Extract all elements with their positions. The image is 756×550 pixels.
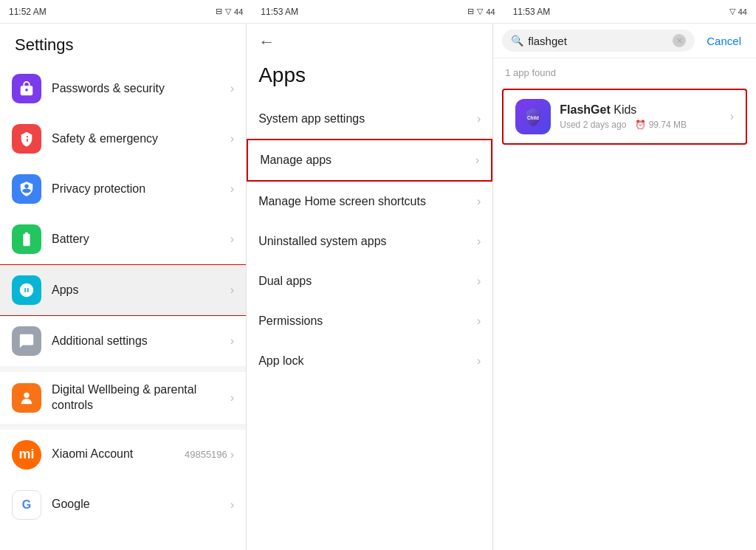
flashget-kids-icon: Child	[515, 99, 551, 134]
menu-item-uninstalled[interactable]: Uninstalled system apps ›	[247, 221, 492, 261]
search-bar: 🔍 ✕ Cancel	[493, 24, 756, 58]
icons-panel1: ⊟ ▽ 44	[216, 7, 243, 16]
xiaomi-icon: mi	[12, 440, 41, 470]
permissions-chevron: ›	[477, 314, 481, 328]
flashget-kids-name: FlashGet Kids	[560, 103, 729, 117]
settings-item-google[interactable]: G Google ›	[0, 480, 246, 530]
manage-home-chevron: ›	[477, 195, 481, 208]
settings-item-safety[interactable]: Safety & emergency ›	[0, 114, 246, 164]
passwords-label: Passwords & security	[52, 81, 230, 97]
menu-item-app-lock[interactable]: App lock ›	[247, 341, 492, 381]
additional-chevron: ›	[230, 334, 234, 348]
safety-icon	[12, 124, 41, 154]
search-cancel-button[interactable]: Cancel	[701, 32, 747, 50]
menu-item-manage-home[interactable]: Manage Home screen shortcuts ›	[247, 182, 492, 221]
search-clear-button[interactable]: ✕	[673, 34, 686, 47]
app-lock-chevron: ›	[477, 354, 481, 368]
apps-panel-title: Apps	[247, 61, 492, 99]
safety-label: Safety & emergency	[52, 131, 230, 147]
uninstalled-chevron: ›	[477, 235, 481, 248]
permissions-label: Permissions	[258, 314, 477, 328]
settings-item-xiaomi[interactable]: mi Xiaomi Account 49855196 ›	[0, 430, 246, 480]
privacy-chevron: ›	[230, 182, 234, 196]
apps-icon	[12, 275, 41, 305]
apps-label: Apps	[52, 283, 230, 298]
panels-container: Settings Passwords & security › Safety &…	[0, 24, 756, 550]
battery-icon	[12, 224, 41, 254]
xiaomi-value: 49855196	[185, 449, 227, 460]
wellbeing-chevron: ›	[230, 391, 234, 405]
xiaomi-chevron: ›	[230, 448, 234, 461]
passwords-icon	[12, 74, 41, 103]
xiaomi-label: Xiaomi Account	[52, 447, 185, 462]
manage-home-label: Manage Home screen shortcuts	[258, 195, 477, 208]
apps-panel: ← Apps System app settings › Manage apps…	[247, 24, 493, 550]
safety-chevron: ›	[230, 132, 234, 145]
flashget-kids-meta: Used 2 days ago ⏰ 99.74 MB	[560, 120, 729, 130]
search-input-wrap[interactable]: 🔍 ✕	[502, 30, 695, 52]
divider1	[0, 366, 246, 372]
privacy-icon	[12, 174, 41, 204]
status-bar-panel1: 11:52 AM ⊟ ▽ 44	[0, 0, 252, 24]
app-name-highlight: FlashGet	[560, 103, 610, 116]
svg-point-0	[24, 392, 29, 397]
svg-text:Child: Child	[527, 115, 539, 120]
settings-item-additional[interactable]: Additional settings ›	[0, 316, 246, 366]
search-panel: 🔍 ✕ Cancel 1 app found Chil	[493, 24, 756, 550]
apps-panel-header: ←	[247, 24, 492, 61]
battery-chevron: ›	[230, 233, 234, 246]
google-icon: G	[12, 490, 41, 520]
status-bar-row: 11:52 AM ⊟ ▽ 44 11:53 AM ⊟ ▽ 44 11:53 AM…	[0, 0, 756, 24]
additional-icon	[12, 326, 41, 356]
search-input[interactable]	[528, 35, 668, 47]
passwords-chevron: ›	[230, 82, 234, 95]
menu-item-system-app-settings[interactable]: System app settings ›	[247, 99, 492, 139]
dual-apps-label: Dual apps	[258, 275, 477, 288]
settings-title: Settings	[0, 24, 246, 63]
additional-label: Additional settings	[52, 334, 230, 349]
search-result-count: 1 app found	[493, 58, 756, 83]
manage-apps-label: Manage apps	[260, 154, 475, 167]
time-panel1: 11:52 AM	[9, 7, 47, 17]
icons-panel2: ⊟ ▽ 44	[467, 7, 495, 16]
back-button[interactable]: ←	[258, 32, 275, 52]
settings-panel: Settings Passwords & security › Safety &…	[0, 24, 247, 550]
flashget-kids-info: FlashGet Kids Used 2 days ago ⏰ 99.74 MB	[560, 103, 729, 130]
search-icon: 🔍	[511, 35, 523, 47]
app-result-flashget-kids[interactable]: Child FlashGet Kids Used 2 days ago ⏰ 99…	[502, 89, 747, 145]
wellbeing-icon	[12, 383, 41, 413]
flashget-kids-used: Used 2 days ago	[560, 120, 626, 130]
dual-apps-chevron: ›	[477, 275, 481, 288]
menu-item-manage-apps[interactable]: Manage apps ›	[247, 139, 492, 182]
flashget-kids-size: ⏰ 99.74 MB	[635, 120, 687, 130]
google-label: Google	[52, 497, 230, 512]
system-app-settings-label: System app settings	[258, 112, 477, 126]
time-panel3: 11:53 AM	[513, 7, 551, 17]
status-bar-panel2: 11:53 AM ⊟ ▽ 44	[252, 0, 504, 24]
settings-item-wellbeing[interactable]: Digital Wellbeing & parental controls ›	[0, 372, 246, 424]
apps-chevron: ›	[230, 283, 234, 297]
settings-item-battery[interactable]: Battery ›	[0, 214, 246, 264]
app-lock-label: App lock	[258, 354, 477, 368]
settings-item-privacy[interactable]: Privacy protection ›	[0, 164, 246, 214]
google-chevron: ›	[230, 498, 234, 512]
system-app-settings-chevron: ›	[477, 112, 481, 126]
time-panel2: 11:53 AM	[261, 7, 298, 17]
battery-label: Battery	[52, 232, 230, 247]
settings-item-apps[interactable]: Apps ›	[0, 264, 246, 316]
uninstalled-label: Uninstalled system apps	[258, 235, 477, 248]
privacy-label: Privacy protection	[52, 182, 230, 197]
manage-apps-chevron: ›	[475, 154, 479, 167]
status-bar-panel3: 11:53 AM ▽ 44	[504, 0, 756, 24]
menu-item-permissions[interactable]: Permissions ›	[247, 301, 492, 341]
wellbeing-label: Digital Wellbeing & parental controls	[52, 382, 230, 413]
icons-panel3: ▽ 44	[729, 7, 747, 16]
divider2	[0, 424, 246, 430]
flashget-kids-chevron: ›	[730, 110, 734, 123]
app-name-suffix: Kids	[614, 103, 636, 116]
menu-item-dual-apps[interactable]: Dual apps ›	[247, 261, 492, 301]
settings-item-passwords[interactable]: Passwords & security ›	[0, 63, 246, 114]
